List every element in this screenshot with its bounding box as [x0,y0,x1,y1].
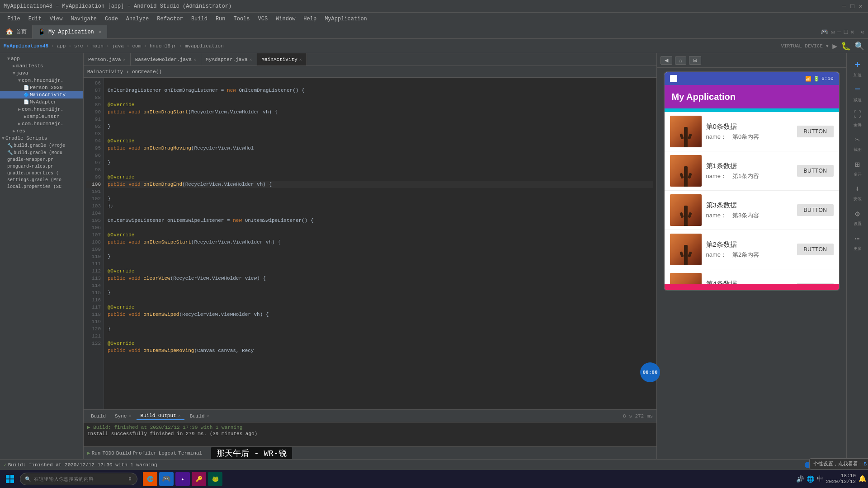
taskbar-app-5[interactable]: 🐸 [208,472,222,486]
list-subtitle-1: name： 第1条内容 [706,172,793,180]
sidebar-multi-group: ⊞ 多开 [849,156,866,178]
emulator-apps-btn[interactable]: ⊞ [689,56,701,65]
run-button[interactable]: ▶ [832,41,837,51]
tree-item-local-props[interactable]: local.properties (SC [0,183,83,190]
mail-icon[interactable]: ✉ [831,28,835,36]
tree-item-app[interactable]: ▼ app [0,55,83,62]
tree-item-settings-gradle[interactable]: settings.gradle (Pro [0,177,83,183]
tree-proguard-label: proguard-rules.pr [7,164,53,169]
logcat-tab[interactable]: Logcat [159,450,177,456]
taskbar-app-4[interactable]: 🔑 [192,472,206,486]
tree-item-proguard[interactable]: proguard-rules.pr [0,163,83,170]
list-button-1[interactable]: BUTTON [797,165,833,177]
sync-tab[interactable]: Sync ✕ [111,413,135,420]
close-window-icon[interactable]: ✕ [850,28,854,36]
tree-item-build-gradle-mod[interactable]: 🔧 build.gradle (Modu [0,149,83,156]
device-selector[interactable]: VIRTUAL DEVICE ▼ [781,43,829,49]
run-action-tab[interactable]: ▶ Run [87,450,100,456]
menu-vcs[interactable]: VCS [255,15,272,23]
build-action-tab[interactable]: Build [116,450,131,456]
minimize-button[interactable]: ─ [842,3,846,10]
tray-ime[interactable]: 中 [817,475,823,483]
menu-run[interactable]: Run [212,15,229,23]
taskbar-app-1[interactable]: 🌐 [143,472,157,486]
gamepad-icon[interactable]: 🎮 [821,28,828,36]
tree-item-com1[interactable]: ▼ com.hnucm18jr. [0,77,83,84]
tree-item-res[interactable]: ▶ res [0,127,83,135]
menu-myapp[interactable]: MyApplication [321,15,371,23]
tree-item-gradle-props[interactable]: gradle.properties ( [0,170,83,177]
list-button-0[interactable]: BUTTON [797,126,833,137]
list-button-3[interactable]: BUTTON [797,204,833,216]
tree-item-com2[interactable]: ▶ com.hnucm18jr. [0,106,83,113]
taskbar-app-2[interactable]: 🎮 [159,472,174,486]
notification-link[interactable]: B [863,461,867,467]
sidebar-fullscreen-btn[interactable]: ⛶ [849,107,866,123]
tab-person-close[interactable]: ✕ [123,57,126,62]
tree-item-com3[interactable]: ▶ com.hnucm18jr. [0,120,83,127]
tab-main-close[interactable]: ✕ [299,57,302,62]
tree-item-java[interactable]: ▼ java [0,70,83,77]
taskbar-search[interactable]: 🔍 在这里输入你想搜索的内容 🎙 [20,473,137,485]
menu-code[interactable]: Code [101,15,122,23]
tree-item-person[interactable]: 📄 Person 2020 [0,84,83,91]
todo-tab[interactable]: TODO [102,450,114,456]
tree-item-myadapter[interactable]: 📄 MyAdapter [0,99,83,106]
emulator-back-btn[interactable]: ◀ [660,56,672,65]
close-button[interactable]: ✕ [859,2,863,10]
sidebar-screenshot-btn[interactable]: ✂ [849,131,866,148]
list-button-2[interactable]: BUTTON [797,244,833,255]
list-area: 第0条数据 name： 第0条内容 BUTTON 第1条数据 name： 第1条… [665,112,839,284]
sidebar-install-btn[interactable]: ⬇ [849,181,866,197]
menu-tools[interactable]: Tools [230,15,254,23]
tab-person-java[interactable]: Person.java ✕ [84,53,131,66]
start-button[interactable] [2,471,18,487]
build-output-tab[interactable]: Build Output ✕ [137,412,184,420]
menu-help[interactable]: Help [300,15,320,23]
breadcrumb-main: main [91,43,103,49]
search-everywhere-icon[interactable]: 🔍 [854,41,864,51]
menu-edit[interactable]: Edit [25,15,45,23]
tab-home[interactable]: 🏠 首页 [0,25,33,39]
menu-navigate[interactable]: Navigate [67,15,100,23]
tree-item-example[interactable]: ExampleInstr [0,113,83,120]
sidebar-add-btn[interactable]: + [849,57,866,73]
profiler-tab[interactable]: Profiler [133,450,157,456]
build2-tab[interactable]: Build ✕ [186,413,213,420]
tab-mainactivity[interactable]: MainActivity ✕ [257,53,307,66]
cyan-divider [665,108,839,112]
tab-myapp[interactable]: 📱 My Application ✕ [33,25,107,39]
emulator-home-btn[interactable]: ⌂ [675,56,686,65]
menu-build[interactable]: Build [188,15,211,23]
tab-myadapter[interactable]: MyAdapter.java ✕ [201,53,257,66]
restore-icon[interactable]: □ [844,28,848,36]
tab-adapter-close[interactable]: ✕ [250,57,252,62]
taskbar-app-3[interactable]: ✦ [175,472,190,486]
tree-item-manifests[interactable]: ▶ manifests [0,62,83,70]
notification-icon[interactable]: 🔔 [859,475,866,483]
sidebar-settings-btn[interactable]: ⚙ [849,206,866,222]
menu-analyze[interactable]: Analyze [123,15,152,23]
maximize-button[interactable]: □ [850,3,854,10]
tree-item-gradle-wrapper[interactable]: gradle-wrapper.pr [0,156,83,163]
menu-view[interactable]: View [46,15,66,23]
menu-window[interactable]: Window [272,15,299,23]
tray-icon-2[interactable]: 🌐 [807,475,814,483]
debug-button[interactable]: 🐛 [841,41,851,51]
collapse-icon[interactable]: « [861,28,864,36]
tree-item-build-gradle-proj[interactable]: 🔧 build.gradle (Proje [0,142,83,149]
tray-icon-1[interactable]: 🔊 [796,475,804,483]
minimize-icon[interactable]: ─ [837,28,841,36]
tree-item-mainactivity[interactable]: 🔷 MainActivity [0,91,83,99]
sidebar-minus-btn[interactable]: − [849,82,866,98]
build-tab[interactable]: Build [87,413,109,420]
tab-bvh-close[interactable]: ✕ [193,57,196,62]
terminal-tab[interactable]: Terminal [178,450,202,456]
tab-myapp-close[interactable]: ✕ [99,29,102,35]
tab-baseviewholder[interactable]: BaseViewHolder.java ✕ [131,53,201,66]
sidebar-more-btn[interactable]: ⋯ [849,230,866,247]
sidebar-multi-btn[interactable]: ⊞ [849,156,866,173]
menu-file[interactable]: File [4,15,24,23]
menu-refactor[interactable]: Refactor [153,15,187,23]
tree-item-gradle-scripts[interactable]: ▼ Gradle Scripts [0,135,83,142]
